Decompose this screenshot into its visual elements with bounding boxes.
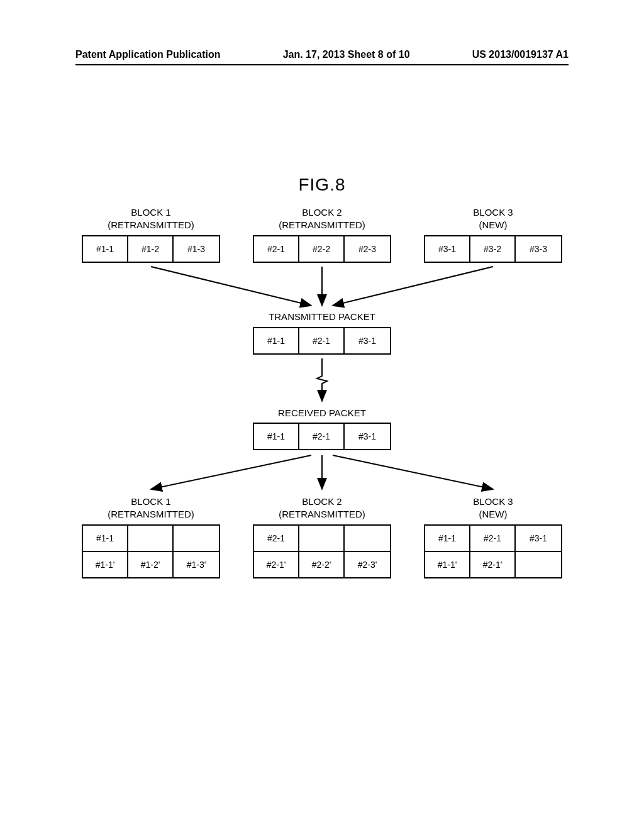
cell: #3-3 (516, 236, 561, 262)
cell: #1-1' (83, 552, 128, 577)
cell: #1-2 (128, 236, 174, 262)
received-label: RECEIVED PACKET (0, 407, 644, 418)
svg-line-1 (151, 267, 311, 306)
cell: #2-1 (254, 526, 299, 551)
bottom-block2-row2: #2-1' #2-2' #2-3' (253, 551, 391, 578)
block-title: BLOCK 2 (302, 496, 341, 507)
block-subtitle: (RETRANSMITTED) (279, 219, 365, 230)
block-subtitle: (RETRANSMITTED) (279, 509, 365, 519)
cell: #1-1 (254, 328, 299, 353)
header-left: Patent Application Publication (75, 49, 221, 60)
cell: #2-1 (470, 526, 516, 551)
cell: #1-1 (83, 526, 128, 551)
empty-cell (174, 526, 219, 551)
transmitted-label: TRANSMITTED PACKET (0, 311, 644, 322)
block-subtitle: (NEW) (479, 509, 508, 519)
header-right: US 2013/0019137 A1 (472, 49, 569, 60)
block-subtitle: (RETRANSMITTED) (108, 219, 194, 230)
header-rule (75, 64, 569, 65)
cell: #1-3 (174, 236, 219, 262)
block-subtitle: (RETRANSMITTED) (108, 509, 194, 519)
cell: #2-1' (254, 552, 299, 577)
bottom-block2-row1: #2-1 (253, 524, 391, 552)
cell: #3-1 (425, 236, 470, 262)
cell: #1-1 (83, 236, 128, 262)
svg-line-6 (333, 455, 493, 489)
top-block3-label: BLOCK 3 (NEW) (424, 206, 562, 231)
figure-title: FIG.8 (0, 175, 644, 195)
cell: #1-1' (425, 552, 470, 577)
cell: #1-1 (254, 424, 299, 449)
header-center: Jan. 17, 2013 Sheet 8 of 10 (283, 49, 410, 60)
cell: #3-2 (470, 236, 516, 262)
cell: #2-1 (299, 328, 345, 353)
bottom-block1-label: BLOCK 1 (RETRANSMITTED) (82, 495, 220, 520)
page-header: Patent Application Publication Jan. 17, … (0, 49, 644, 60)
bottom-block3-row1: #1-1 #2-1 #3-1 (424, 524, 562, 552)
cell: #2-2' (299, 552, 345, 577)
block-title: BLOCK 3 (473, 496, 513, 507)
svg-line-3 (333, 267, 493, 306)
cell: #1-3' (174, 552, 219, 577)
block-title: BLOCK 1 (131, 496, 170, 507)
empty-cell (128, 526, 174, 551)
block-title: BLOCK 3 (473, 207, 513, 218)
empty-cell (345, 526, 390, 551)
svg-line-4 (151, 455, 311, 489)
cell: #1-1 (425, 526, 470, 551)
top-block1-label: BLOCK 1 (RETRANSMITTED) (82, 206, 220, 231)
cell: #3-1 (516, 526, 561, 551)
transmitted-packet: #1-1 #2-1 #3-1 (253, 327, 391, 355)
received-packet: #1-1 #2-1 #3-1 (253, 423, 391, 450)
bottom-block3-row2: #1-1' #2-1' (424, 551, 562, 578)
cell: #2-2 (299, 236, 345, 262)
cell: #2-1 (299, 424, 345, 449)
bottom-block1-row1: #1-1 (82, 524, 220, 552)
top-block2-label: BLOCK 2 (RETRANSMITTED) (253, 206, 391, 231)
cell: #1-2' (128, 552, 174, 577)
top-block1-row: #1-1 #1-2 #1-3 (82, 235, 220, 263)
block-title: BLOCK 2 (302, 207, 341, 218)
top-block2-row: #2-1 #2-2 #2-3 (253, 235, 391, 263)
cell: #3-1 (345, 424, 390, 449)
cell: #2-3' (345, 552, 390, 577)
empty-cell (299, 526, 345, 551)
bottom-block3-label: BLOCK 3 (NEW) (424, 495, 562, 520)
cell: #3-1 (345, 328, 390, 353)
empty-cell (516, 552, 561, 577)
block-title: BLOCK 1 (131, 207, 170, 218)
top-block3-row: #3-1 #3-2 #3-3 (424, 235, 562, 263)
block-subtitle: (NEW) (479, 219, 508, 230)
cell: #2-3 (345, 236, 390, 262)
bottom-block1-row2: #1-1' #1-2' #1-3' (82, 551, 220, 578)
cell: #2-1 (254, 236, 299, 262)
cell: #2-1' (470, 552, 516, 577)
bottom-block2-label: BLOCK 2 (RETRANSMITTED) (253, 495, 391, 520)
